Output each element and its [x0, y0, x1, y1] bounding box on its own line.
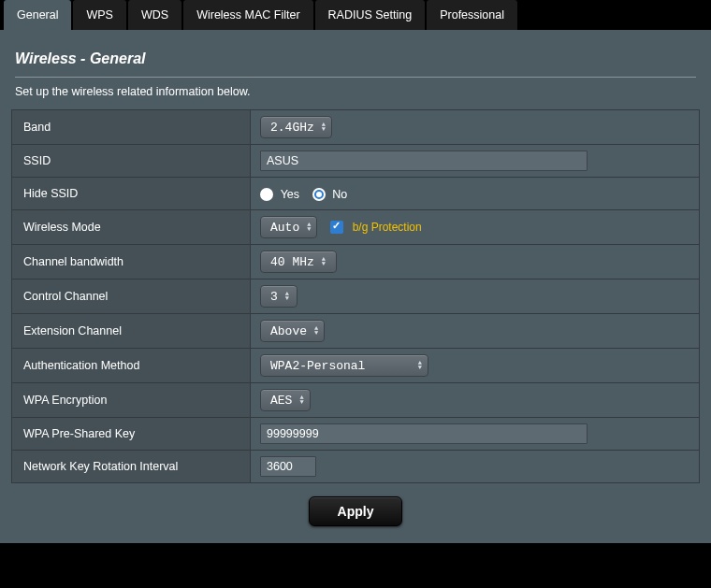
page-title: Wireless - General — [15, 50, 696, 67]
tab-mac-filter[interactable]: Wireless MAC Filter — [183, 0, 312, 30]
chevron-updown-icon: ▲▼ — [322, 257, 326, 266]
select-wireless-mode-value: Auto — [270, 221, 299, 235]
select-control-channel-value: 3 — [270, 290, 278, 304]
label-psk: WPA Pre-Shared Key — [12, 418, 251, 451]
select-channel-bandwidth-value: 40 MHz — [270, 255, 314, 269]
label-wpa-encryption: WPA Encryption — [12, 383, 251, 418]
label-extension-channel: Extension Channel — [12, 314, 251, 349]
tab-radius[interactable]: RADIUS Setting — [315, 0, 426, 30]
settings-table: Band 2.4GHz ▲▼ SSID Hide SSID Yes No — [11, 109, 700, 483]
input-psk[interactable] — [260, 423, 588, 444]
chevron-updown-icon: ▲▼ — [307, 222, 311, 232]
chevron-updown-icon: ▲▼ — [418, 361, 422, 370]
select-band-value: 2.4GHz — [270, 121, 314, 135]
select-band[interactable]: 2.4GHz ▲▼ — [260, 116, 332, 138]
chevron-updown-icon: ▲▼ — [314, 326, 318, 336]
radio-label-no: No — [332, 188, 347, 201]
chevron-updown-icon: ▲▼ — [322, 122, 326, 132]
tab-wds[interactable]: WDS — [128, 0, 181, 30]
select-extension-channel-value: Above — [270, 324, 307, 338]
checkbox-bg-protection[interactable] — [330, 221, 343, 234]
select-auth-method[interactable]: WPA2-Personal ▲▼ — [260, 354, 428, 377]
label-bg-protection: b/g Protection — [353, 221, 422, 234]
chevron-updown-icon: ▲▼ — [299, 395, 303, 405]
radio-hide-ssid-yes[interactable] — [260, 188, 273, 201]
label-wireless-mode: Wireless Mode — [12, 210, 251, 245]
label-channel-bandwidth: Channel bandwidth — [12, 245, 251, 280]
label-ssid: SSID — [12, 145, 251, 178]
select-wpa-encryption[interactable]: AES ▲▼ — [260, 389, 311, 411]
select-wireless-mode[interactable]: Auto ▲▼ — [260, 216, 317, 238]
panel: Wireless - General Set up the wireless r… — [0, 30, 711, 543]
radio-label-yes: Yes — [281, 188, 299, 201]
input-ssid[interactable] — [260, 151, 588, 171]
page-description: Set up the wireless related information … — [15, 85, 696, 98]
label-rekey-interval: Network Key Rotation Interval — [12, 451, 251, 483]
input-rekey-interval[interactable] — [260, 456, 316, 477]
label-control-channel: Control Channel — [12, 280, 251, 314]
apply-button[interactable]: Apply — [309, 496, 403, 526]
select-control-channel[interactable]: 3 ▲▼ — [260, 285, 297, 308]
divider — [15, 77, 696, 78]
tab-professional[interactable]: Professional — [427, 0, 517, 30]
label-auth-method: Authentication Method — [12, 349, 251, 383]
select-wpa-encryption-value: AES — [270, 394, 292, 408]
tab-wps[interactable]: WPS — [73, 0, 125, 30]
chevron-updown-icon: ▲▼ — [285, 292, 289, 301]
tab-general[interactable]: General — [4, 0, 71, 30]
tabbar: General WPS WDS Wireless MAC Filter RADI… — [0, 0, 711, 30]
label-hide-ssid: Hide SSID — [12, 178, 251, 210]
radio-hide-ssid-no[interactable] — [312, 188, 326, 201]
select-auth-method-value: WPA2-Personal — [270, 359, 365, 373]
apply-row: Apply — [11, 496, 700, 526]
select-channel-bandwidth[interactable]: 40 MHz ▲▼ — [260, 251, 337, 273]
label-band: Band — [12, 110, 251, 145]
select-extension-channel[interactable]: Above ▲▼ — [260, 320, 325, 342]
